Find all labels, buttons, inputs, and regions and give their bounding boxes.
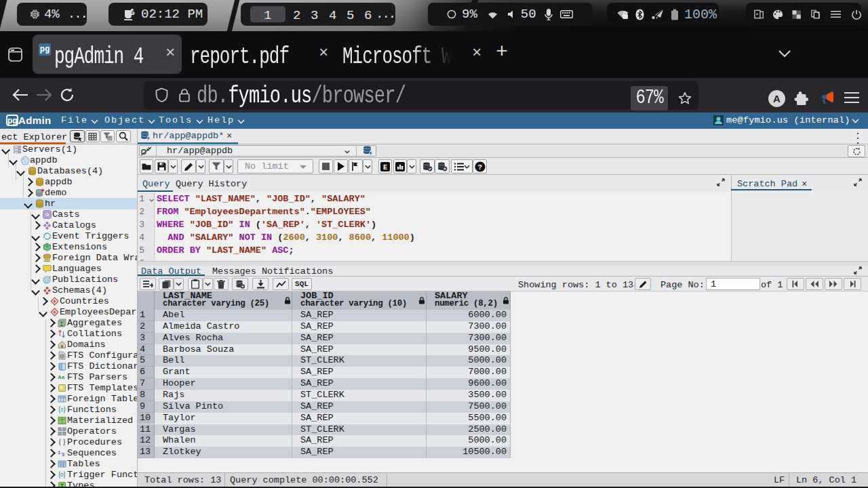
svg-text:E: E: [383, 164, 387, 171]
svg-text:Aa: Aa: [58, 374, 65, 380]
svg-text:3: 3: [62, 452, 64, 458]
svg-text:?: ?: [477, 163, 482, 171]
